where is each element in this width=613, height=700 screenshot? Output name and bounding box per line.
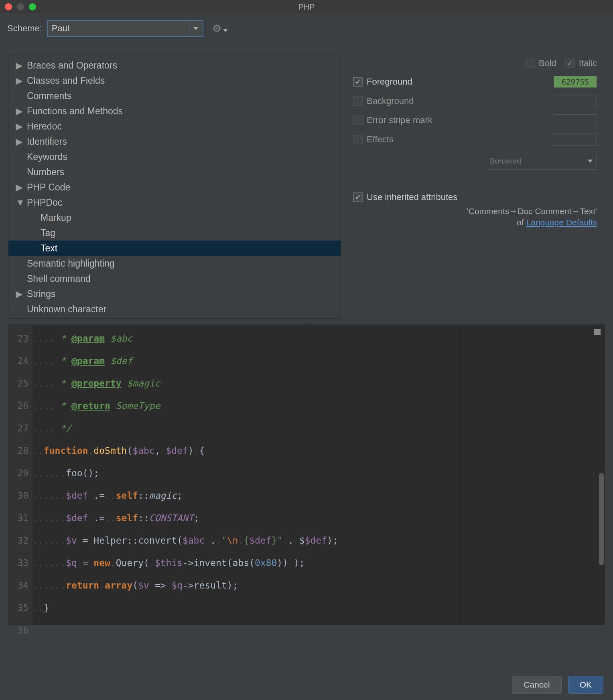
- italic-label: Italic: [579, 58, 597, 69]
- tree-item[interactable]: Markup: [8, 210, 341, 225]
- gear-icon: ⚙: [212, 22, 221, 35]
- italic-checkbox[interactable]: Italic: [565, 58, 597, 69]
- checkbox-icon: [353, 192, 363, 202]
- chevron-down-icon: [223, 22, 228, 35]
- checkbox-icon: [353, 77, 363, 87]
- tree-item[interactable]: Comments: [8, 88, 341, 103]
- tree-item[interactable]: ▶Strings: [8, 286, 341, 301]
- tree-item-label: Functions and Methods: [27, 106, 123, 117]
- tree-item-label: Classes and Fields: [27, 75, 105, 86]
- horizontal-splitter[interactable]: ::::::: [0, 319, 613, 324]
- tree-item-label: Unknown character: [27, 304, 106, 315]
- tree-item[interactable]: Keywords: [8, 149, 341, 164]
- checkbox-icon: [353, 135, 363, 144]
- inherit-label: Use inherited attributes: [367, 192, 457, 202]
- effects-type-select[interactable]: Bordered: [485, 153, 597, 170]
- tree-item-label: Text: [41, 243, 57, 254]
- scheme-label: Scheme:: [7, 23, 42, 34]
- scheme-select-value: Paul: [52, 23, 69, 34]
- tree-toggle-icon: ▶: [16, 289, 27, 299]
- tree-toggle-icon: ▶: [16, 121, 27, 132]
- tree-item-label: Semantic highlighting: [27, 258, 115, 269]
- tree-toggle-icon: ▼: [16, 197, 27, 208]
- tree-item-label: Identifiers: [27, 136, 67, 147]
- effects-type-value: Bordered: [490, 157, 521, 166]
- scheme-actions-button[interactable]: ⚙: [212, 22, 228, 35]
- tree-item-label: Shell command: [27, 273, 91, 284]
- tree-toggle-icon: ▶: [16, 182, 27, 193]
- effects-checkbox[interactable]: Effects: [353, 134, 394, 145]
- inherit-path-text: 'Comments→Doc Comment→Text': [467, 206, 597, 216]
- inherit-checkbox[interactable]: Use inherited attributes: [353, 192, 597, 202]
- tree-item-label: Heredoc: [27, 121, 62, 132]
- tree-item[interactable]: Semantic highlighting: [8, 256, 341, 271]
- scheme-select[interactable]: Paul: [47, 20, 203, 37]
- tree-item[interactable]: Shell command: [8, 271, 341, 286]
- tree-item-label: PHP Code: [27, 182, 70, 193]
- tree-item-label: Braces and Operators: [27, 60, 117, 71]
- tree-item-label: Keywords: [27, 152, 67, 162]
- dialog-footer: Cancel OK: [0, 669, 613, 700]
- minimize-window-button: [17, 3, 24, 10]
- scrollbar-thumb[interactable]: [599, 473, 604, 565]
- tree-item[interactable]: Numbers: [8, 164, 341, 180]
- tree-item[interactable]: ▶PHP Code: [8, 180, 341, 195]
- window-title: PHP: [298, 2, 315, 12]
- tree-toggle-icon: ▶: [16, 106, 27, 117]
- tree-toggle-icon: ▶: [16, 136, 27, 147]
- tree-item-label: Comments: [27, 91, 71, 101]
- tree-item[interactable]: ▶Identifiers: [8, 134, 341, 149]
- background-color-swatch[interactable]: [554, 95, 597, 107]
- foreground-color-swatch[interactable]: 629755: [554, 76, 597, 88]
- attribute-settings-panel: Bold Italic Foreground 629755 Background: [353, 54, 605, 319]
- code-area[interactable]: .... * @param $abc.... * @param $def....…: [32, 325, 605, 625]
- ok-button[interactable]: OK: [568, 676, 603, 694]
- tree-toggle-icon: ▶: [16, 60, 27, 71]
- titlebar: PHP: [0, 0, 613, 14]
- inherit-source-link[interactable]: Language Defaults: [526, 218, 597, 227]
- tree-item-label: PHPDoc: [27, 197, 62, 208]
- checkbox-icon: [353, 96, 363, 106]
- background-checkbox[interactable]: Background: [353, 96, 414, 106]
- tree-item[interactable]: ▶Braces and Operators: [8, 58, 341, 73]
- tree-item[interactable]: ▶Classes and Fields: [8, 73, 341, 88]
- close-window-button[interactable]: [5, 3, 12, 10]
- bold-checkbox[interactable]: Bold: [525, 58, 556, 69]
- tree-item[interactable]: Unknown character: [8, 301, 341, 317]
- effects-label: Effects: [367, 134, 394, 145]
- bold-label: Bold: [539, 58, 556, 69]
- tree-item[interactable]: Tag: [8, 225, 341, 241]
- overview-ruler: [462, 325, 462, 625]
- checkbox-icon: [353, 115, 363, 125]
- tree-toggle-icon: ▶: [16, 75, 27, 86]
- attributes-tree[interactable]: ▶Braces and Operators▶Classes and Fields…: [8, 54, 341, 319]
- inherit-path: 'Comments→Doc Comment→Text' of Language …: [353, 206, 597, 227]
- gutter: 2324252627282930313233343536: [8, 325, 32, 625]
- inherit-of-text: of: [517, 218, 526, 227]
- foreground-label: Foreground: [367, 77, 412, 87]
- overview-marker: [594, 329, 601, 335]
- checkbox-icon: [565, 59, 575, 68]
- tree-item[interactable]: Text: [8, 241, 341, 256]
- tree-item[interactable]: ▼PHPDoc: [8, 195, 341, 210]
- tree-item-label: Tag: [41, 228, 55, 239]
- errorstripe-checkbox[interactable]: Error stripe mark: [353, 115, 432, 125]
- tree-item[interactable]: ▶Functions and Methods: [8, 103, 341, 119]
- tree-item-label: Markup: [41, 212, 71, 223]
- preview-editor[interactable]: 2324252627282930313233343536 .... * @par…: [8, 324, 605, 625]
- chevron-down-icon: [583, 153, 597, 169]
- chevron-down-icon: [189, 21, 203, 36]
- errorstripe-label: Error stripe mark: [367, 115, 432, 125]
- maximize-window-button[interactable]: [29, 3, 36, 10]
- tree-item-label: Strings: [27, 289, 56, 299]
- tree-item-label: Numbers: [27, 167, 64, 178]
- tree-item[interactable]: ▶Heredoc: [8, 119, 341, 134]
- checkbox-icon: [525, 59, 535, 68]
- foreground-checkbox[interactable]: Foreground: [353, 77, 412, 87]
- cancel-button[interactable]: Cancel: [512, 676, 561, 694]
- background-label: Background: [367, 96, 414, 106]
- effects-color-swatch[interactable]: [554, 134, 597, 146]
- errorstripe-color-swatch[interactable]: [554, 114, 597, 126]
